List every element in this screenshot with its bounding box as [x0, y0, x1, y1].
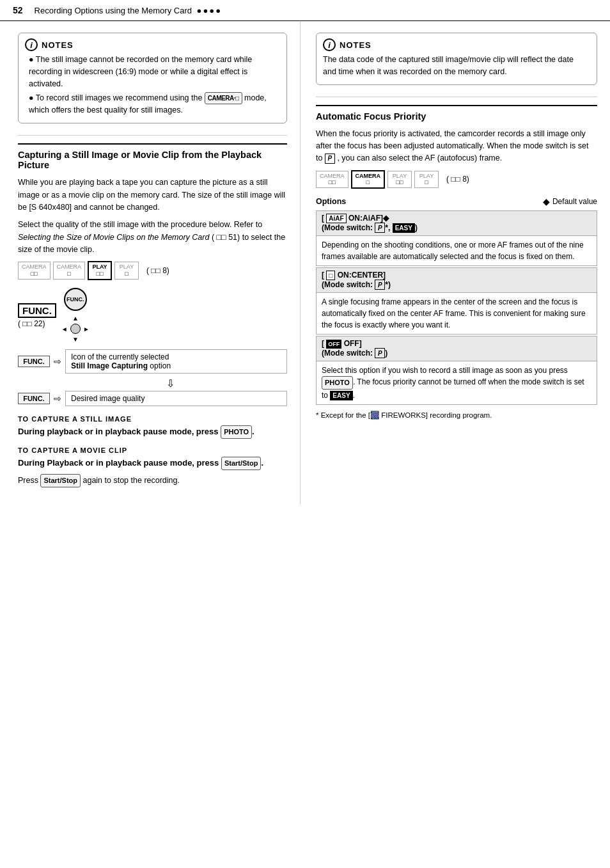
info-icon: i — [25, 38, 38, 51]
flow-diagram: FUNC. ⇨ Icon of the currently selected S… — [18, 349, 287, 406]
mode-btn-play-vhs: PLAY □□ — [88, 261, 112, 280]
right-mode-buttons: CAMERA □□ CAMERA □ PLAY □□ PLAY □ — [316, 170, 597, 189]
nav-up-arrow: ▲ — [72, 315, 79, 322]
left-mode-buttons: CAMERA □□ CAMERA □ PLAY □□ PLAY □ ( □□ 8… — [18, 261, 287, 280]
right-mode-btn-camera: CAMERA □ — [351, 170, 386, 189]
left-notes-title: NOTES — [42, 40, 74, 50]
capturing-section-heading: Capturing a Still Image or Movie Clip fr… — [18, 143, 287, 171]
flow-func-btn-2: FUNC. — [18, 393, 50, 404]
option-off: [ OFF OFF] (Mode switch: P) Select this … — [316, 336, 597, 405]
left-note-bullet2: ● To record still images we recommend us… — [29, 92, 279, 116]
flow-arrow-2: ⇨ — [54, 393, 61, 404]
right-notes-box: i NOTES The data code of the captured st… — [316, 33, 597, 85]
photo-btn-right: PHOTO — [322, 376, 353, 390]
nav-right-arrow: ► — [83, 326, 90, 333]
option-off-body: Select this option if you wish to record… — [317, 361, 597, 404]
nav-down-arrow: ▼ — [72, 336, 79, 343]
easy-badge-2: EASY — [330, 391, 352, 400]
capture-movie-text2: Press Start/Stop again to stop the recor… — [18, 474, 287, 487]
page-number: 52 — [13, 5, 23, 15]
info-icon-right: i — [323, 38, 336, 51]
mode-btn-play: PLAY □ — [114, 262, 139, 280]
mode-p-badge: P — [325, 154, 335, 164]
left-column: i NOTES ● The still image cannot be reco… — [0, 21, 301, 504]
af-section-heading: Automatic Focus Priority — [316, 105, 597, 123]
option-aiaf-body: Depending on the shooting conditions, on… — [317, 236, 597, 265]
right-column: i NOTES The data code of the captured st… — [301, 21, 610, 504]
left-notes-box: i NOTES ● The still image cannot be reco… — [18, 33, 287, 123]
func-label: FUNC. — [18, 303, 56, 318]
section-intro: While you are playing back a tape you ca… — [18, 177, 287, 214]
func-left: FUNC. ( □□ 22) — [18, 303, 56, 328]
capture-movie-heading: TO CAPTURE A MOVIE CLIP — [18, 446, 287, 454]
diamond-icon: ◆ — [543, 196, 550, 207]
right-notes-header: i NOTES — [323, 38, 589, 51]
right-mode-btn-play: PLAY □ — [414, 171, 439, 189]
photo-button: PHOTO — [221, 425, 252, 439]
flow-box-1: Icon of the currently selected Still Ima… — [65, 349, 287, 374]
option-off-header: [ OFF OFF] (Mode switch: P) — [317, 336, 597, 361]
func-diagram: FUNC. ▲ ▼ ◄ ► — [61, 288, 90, 343]
right-notes-title: NOTES — [340, 40, 371, 50]
option-center: [ □ ON:CENTER] (Mode switch: P*) A singl… — [316, 267, 597, 335]
option-center-header: [ □ ON:CENTER] (Mode switch: P*) — [317, 268, 597, 293]
page: 52 Recording Options using the Memory Ca… — [0, 0, 610, 868]
func-circle-btn: FUNC. — [64, 288, 87, 311]
left-note-bullet1: ● The still image cannot be recorded on … — [29, 54, 279, 90]
capture-movie-text: During Playback or in playback pause mod… — [18, 457, 287, 470]
aiaf-icon: AiAF — [326, 214, 346, 223]
af-section-text: When the focus priority is activated, th… — [316, 128, 597, 165]
flow-box-2: Desired image quality — [65, 391, 287, 406]
left-notes-header: i NOTES — [25, 38, 279, 51]
right-mode-btn-camera-vhs: CAMERA □□ — [316, 171, 348, 189]
mode-btn-camera: CAMERA □ — [53, 262, 86, 280]
default-value: ◆ Default value — [543, 196, 597, 207]
option-center-body: A single focusing frame appears in the c… — [317, 293, 597, 334]
flow-row-2: FUNC. ⇨ Desired image quality — [18, 391, 287, 406]
start-stop-button-1: Start/Stop — [221, 457, 262, 470]
mode-p-3: P — [375, 348, 385, 358]
start-stop-button-2: Start/Stop — [40, 474, 81, 487]
right-page-ref: ( □□ 8) — [446, 175, 469, 184]
mode-p-1: P — [375, 223, 385, 233]
nav-center — [70, 324, 81, 334]
left-page-ref: ( □□ 8) — [146, 266, 169, 275]
flow-func-btn-1: FUNC. — [18, 356, 50, 367]
capture-still-text: During playback or in playback pause mod… — [18, 425, 287, 439]
func-nav-pad: ▲ ▼ ◄ ► — [61, 315, 90, 343]
option-aiaf: [ AiAF ON:AiAF]◆ (Mode switch: P*, EASY)… — [316, 210, 597, 266]
divider — [18, 135, 287, 136]
nav-left-arrow: ◄ — [61, 326, 68, 333]
right-divider — [316, 97, 597, 97]
footnote: * Except for the [🎆 FIREWORKS] recording… — [316, 410, 597, 421]
flow-down-arrow: ⇩ — [54, 377, 287, 390]
right-mode-btn-play-vhs: PLAY □□ — [387, 171, 412, 189]
off-icon: OFF — [326, 340, 341, 349]
options-row: Options ◆ Default value — [316, 196, 597, 207]
flow-arrow-1: ⇨ — [54, 356, 61, 367]
func-ref: ( □□ 22) — [18, 319, 56, 328]
mode-p-2: P — [375, 280, 385, 290]
easy-badge-1: EASY — [393, 223, 415, 233]
center-icon: □ — [326, 271, 335, 280]
capture-still-heading: TO CAPTURE A STILL IMAGE — [18, 415, 287, 423]
left-notes-body: ● The still image cannot be recorded on … — [25, 54, 279, 116]
mode-btn-camera-vhs: CAMERA □□ — [18, 262, 51, 280]
main-content: i NOTES ● The still image cannot be reco… — [0, 21, 610, 504]
func-main-row: FUNC. ( □□ 22) FUNC. ▲ ▼ ◄ ► — [18, 288, 287, 343]
option-aiaf-header: [ AiAF ON:AiAF]◆ (Mode switch: P*, EASY) — [317, 211, 597, 236]
camera-mode-badge: CAMERA·□ — [205, 92, 242, 104]
right-notes-body: The data code of the captured still imag… — [323, 54, 589, 78]
section-intro2: Select the quality of the still image wi… — [18, 219, 287, 256]
af-section: Automatic Focus Priority When the focus … — [316, 105, 597, 421]
options-label: Options — [316, 197, 346, 206]
page-title: Recording Options using the Memory Card … — [35, 6, 222, 15]
page-header: 52 Recording Options using the Memory Ca… — [0, 0, 610, 21]
flow-row-1: FUNC. ⇨ Icon of the currently selected S… — [18, 349, 287, 374]
